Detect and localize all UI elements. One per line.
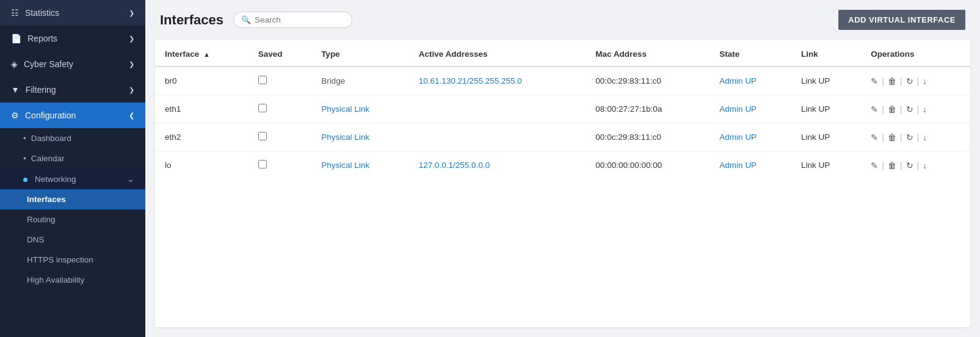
table-row: eth2Physical Link00:0c:29:83:11:c0Admin … — [155, 123, 970, 151]
cell-link: Link UP — [791, 123, 861, 151]
search-icon: 🔍 — [241, 15, 251, 24]
sidebar-item-label: Routing — [27, 215, 56, 224]
cell-state: Admin UP — [710, 95, 791, 123]
cell-state: Admin UP — [710, 123, 791, 151]
cell-mac-address: 00:0c:29:83:11:c0 — [586, 123, 710, 151]
cell-operations: ✎ | 🗑 | ↻ | ↓ — [861, 67, 970, 95]
sidebar-item-calendar[interactable]: • Calendar — [0, 148, 145, 168]
sidebar-item-label: HTTPS inspection — [27, 255, 93, 264]
col-type: Type — [311, 40, 409, 67]
search-box[interactable]: 🔍 — [233, 12, 352, 28]
sidebar-item-cyber-safety[interactable]: ◈ Cyber Safety ❯ — [0, 51, 145, 77]
cell-interface: lo — [155, 151, 249, 179]
saved-checkbox[interactable] — [258, 104, 267, 112]
sidebar-net-item-routing[interactable]: Routing — [0, 209, 145, 230]
cell-type: Physical Link — [311, 151, 409, 179]
cell-saved[interactable] — [249, 67, 311, 95]
cell-type: Physical Link — [311, 95, 409, 123]
cell-active-addresses: 127.0.0.1/255.0.0.0 — [409, 151, 586, 179]
chevron-down-icon: ❮ — [129, 112, 134, 120]
delete-icon[interactable]: 🗑 — [888, 161, 896, 170]
cell-interface: eth1 — [155, 95, 249, 123]
sidebar-item-label: Reports — [27, 34, 57, 43]
sidebar: ☷ Statistics ❯ 📄 Reports ❯ ◈ Cyber Safet… — [0, 0, 145, 337]
sidebar-item-label: Filtering — [26, 85, 56, 95]
sidebar-item-dashboard[interactable]: • Dashboard — [0, 128, 145, 148]
sidebar-item-label: Calendar — [31, 154, 65, 163]
chevron-right-icon: ❯ — [129, 9, 134, 17]
dot-icon — [23, 175, 30, 184]
interfaces-table: Interface ▲ Saved Type Active Addresses … — [155, 40, 970, 179]
edit-icon[interactable]: ✎ — [871, 104, 878, 114]
filter-icon: ▼ — [11, 85, 20, 95]
col-link: Link — [791, 40, 861, 67]
download-icon[interactable]: ↓ — [923, 104, 927, 114]
delete-icon[interactable]: 🗑 — [888, 104, 896, 114]
table-row: eth1Physical Link08:00:27:27:1b:0aAdmin … — [155, 95, 970, 123]
edit-icon[interactable]: ✎ — [871, 76, 878, 86]
download-icon[interactable]: ↓ — [923, 76, 927, 86]
sidebar-item-label: Cyber Safety — [24, 59, 73, 69]
refresh-icon[interactable]: ↻ — [906, 132, 913, 142]
edit-icon[interactable]: ✎ — [871, 161, 878, 170]
cell-active-addresses — [409, 123, 586, 151]
cell-mac-address: 00:0c:29:83:11:c0 — [586, 67, 710, 95]
sidebar-item-label: Configuration — [25, 111, 76, 120]
sidebar-net-item-high-availability[interactable]: High Availability — [0, 270, 145, 290]
edit-icon[interactable]: ✎ — [871, 132, 878, 142]
page-title: Interfaces — [160, 12, 223, 28]
download-icon[interactable]: ↓ — [923, 132, 927, 142]
sidebar-item-configuration[interactable]: ⚙ Configuration ❮ — [0, 103, 145, 128]
cell-active-addresses: 10.61.130.21/255.255.255.0 — [409, 67, 586, 95]
refresh-icon[interactable]: ↻ — [906, 104, 913, 114]
saved-checkbox[interactable] — [258, 132, 267, 140]
cell-saved[interactable] — [249, 123, 311, 151]
chevron-right-icon: ❯ — [129, 35, 134, 43]
doc-icon: 📄 — [11, 34, 21, 43]
cell-saved[interactable] — [249, 151, 311, 179]
cell-mac-address: 08:00:27:27:1b:0a — [586, 95, 710, 123]
chevron-right-icon: ❯ — [129, 86, 134, 94]
sidebar-item-label: High Availability — [27, 275, 84, 284]
sidebar-net-item-https-inspection[interactable]: HTTPS inspection — [0, 250, 145, 270]
sidebar-item-statistics[interactable]: ☷ Statistics ❯ — [0, 0, 145, 26]
cell-interface: br0 — [155, 67, 249, 95]
add-virtual-interface-button[interactable]: ADD VIRTUAL INTERFACE — [838, 10, 965, 30]
sidebar-item-label: Interfaces — [27, 195, 66, 204]
cell-operations: ✎ | 🗑 | ↻ | ↓ — [861, 123, 970, 151]
cell-operations: ✎ | 🗑 | ↻ | ↓ — [861, 95, 970, 123]
sidebar-item-networking[interactable]: Networking ⌄ — [0, 168, 145, 189]
saved-checkbox[interactable] — [258, 76, 267, 84]
cell-operations: ✎ | 🗑 | ↻ | ↓ — [861, 151, 970, 179]
refresh-icon[interactable]: ↻ — [906, 76, 913, 86]
col-active-addresses: Active Addresses — [409, 40, 586, 67]
download-icon[interactable]: ↓ — [923, 161, 927, 170]
sidebar-item-filtering[interactable]: ▼ Filtering ❯ — [0, 77, 145, 103]
bullet-icon: • — [23, 154, 26, 163]
chevron-right-icon: ❯ — [129, 60, 134, 68]
table-row: br0Bridge10.61.130.21/255.255.255.000:0c… — [155, 67, 970, 95]
delete-icon[interactable]: 🗑 — [888, 132, 896, 142]
gear-icon: ⚙ — [11, 111, 19, 120]
cell-saved[interactable] — [249, 95, 311, 123]
cell-link: Link UP — [791, 95, 861, 123]
sidebar-item-reports[interactable]: 📄 Reports ❯ — [0, 26, 145, 51]
chevron-down-icon: ⌄ — [127, 174, 134, 184]
cell-type: Bridge — [311, 67, 409, 95]
sidebar-net-item-dns[interactable]: DNS — [0, 230, 145, 250]
shield-icon: ◈ — [11, 59, 18, 69]
cell-link: Link UP — [791, 67, 861, 95]
col-state: State — [710, 40, 791, 67]
col-interface: Interface ▲ — [155, 40, 249, 67]
cell-state: Admin UP — [710, 151, 791, 179]
delete-icon[interactable]: 🗑 — [888, 76, 896, 86]
bullet-icon: • — [23, 134, 26, 143]
cell-mac-address: 00:00:00:00:00:00 — [586, 151, 710, 179]
search-input[interactable] — [255, 15, 340, 24]
saved-checkbox[interactable] — [258, 160, 267, 168]
sidebar-net-item-interfaces[interactable]: Interfaces — [0, 189, 145, 209]
sort-icon[interactable]: ▲ — [203, 51, 210, 58]
refresh-icon[interactable]: ↻ — [906, 161, 913, 170]
col-mac-address: Mac Address — [586, 40, 710, 67]
page-header: Interfaces 🔍 ADD VIRTUAL INTERFACE — [145, 0, 980, 40]
